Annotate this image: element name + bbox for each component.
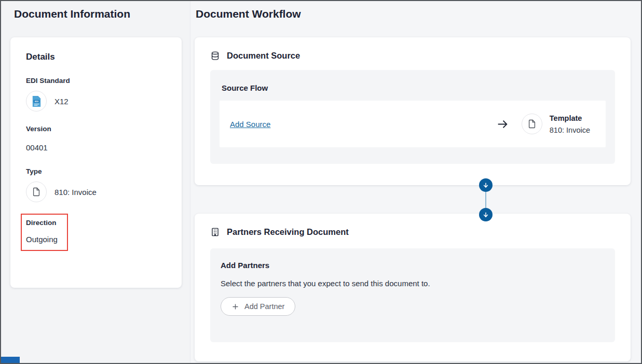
edi-standard-value: X12	[54, 97, 69, 106]
direction-annotation-highlight: Direction Outgoing	[21, 214, 68, 251]
plus-icon	[231, 303, 239, 311]
add-source-link[interactable]: Add Source	[230, 120, 270, 129]
template-value: 810: Invoice	[550, 126, 590, 134]
document-source-title: Document Source	[227, 51, 300, 61]
document-workflow-title: Document Workflow	[196, 8, 301, 20]
document-source-header: Document Source	[210, 51, 615, 61]
add-partners-description: Select the partners that you expect to s…	[221, 279, 605, 288]
building-icon	[210, 227, 220, 237]
page: Document Information Details EDI Standar…	[0, 0, 642, 364]
type-row: 810: Invoice	[26, 181, 166, 202]
document-source-card: Document Source Source Flow Add Source	[195, 37, 631, 185]
type-label: Type	[26, 167, 166, 175]
database-icon	[210, 51, 220, 61]
document-information-panel: Document Information Details EDI Standar…	[1, 1, 190, 363]
document-information-title: Document Information	[14, 8, 130, 20]
direction-value: Outgoing	[26, 235, 58, 244]
add-partner-button[interactable]: Add Partner	[221, 297, 295, 316]
add-partners-title: Add Partners	[221, 261, 605, 270]
details-heading: Details	[26, 52, 166, 62]
version-label: Version	[26, 125, 166, 133]
flow-target-group: Template 810: Invoice	[496, 114, 590, 134]
template-info: Template 810: Invoice	[550, 114, 590, 134]
source-flow-title: Source Flow	[222, 83, 606, 92]
version-value: 00401	[26, 143, 166, 152]
svg-text:EDI: EDI	[34, 100, 38, 102]
arrow-down-icon-bottom	[479, 208, 493, 221]
template-document-icon	[522, 114, 542, 134]
source-flow-box: Source Flow Add Source	[210, 70, 615, 164]
details-card: Details EDI Standard EDI X12 Version 004…	[10, 37, 182, 288]
edi-standard-row: EDI X12	[26, 91, 166, 111]
add-partners-box: Add Partners Select the partners that yo…	[210, 248, 615, 342]
type-value: 810: Invoice	[54, 188, 97, 197]
partners-header: Partners Receiving Document	[210, 227, 615, 237]
partial-blue-element	[1, 357, 20, 363]
add-partner-button-label: Add Partner	[244, 302, 284, 311]
x12-edi-icon: EDI	[26, 91, 47, 111]
arrow-right-icon	[496, 118, 509, 131]
direction-label: Direction	[26, 219, 58, 227]
edi-standard-label: EDI Standard	[26, 77, 166, 85]
document-workflow-panel: Document Workflow Document Source Source…	[190, 1, 641, 363]
document-type-icon	[26, 181, 47, 202]
source-flow-row: Add Source	[220, 101, 606, 147]
arrow-down-icon-top	[479, 178, 493, 192]
template-label: Template	[550, 114, 590, 122]
partners-title: Partners Receiving Document	[227, 227, 349, 237]
partners-receiving-card: Partners Receiving Document Add Partners…	[195, 214, 631, 361]
